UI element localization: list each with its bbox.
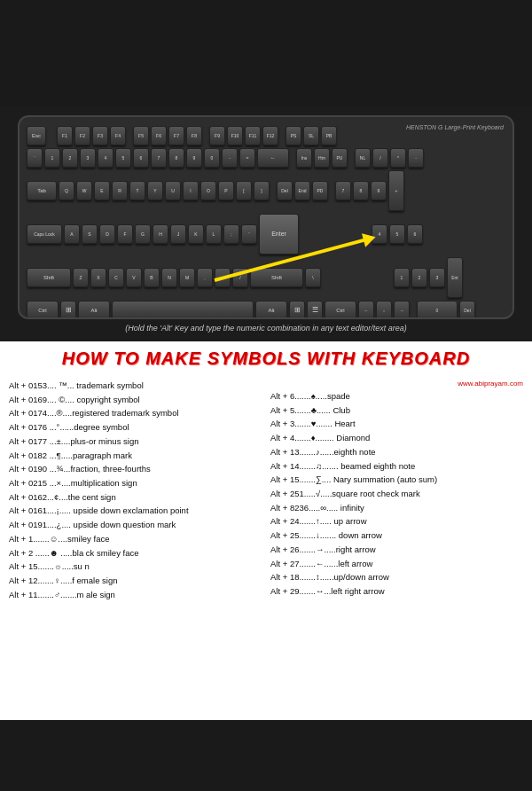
key-space[interactable] (112, 301, 254, 320)
key-arr-d[interactable]: ↓ (376, 301, 392, 320)
key-ctrl-l[interactable]: Ctrl (27, 301, 59, 320)
key-del[interactable]: Del (277, 181, 293, 200)
key-6[interactable]: 6 (133, 148, 149, 168)
key-r[interactable]: R (112, 181, 128, 200)
key-3[interactable]: 3 (80, 148, 96, 168)
key-ps[interactable]: PS (286, 126, 301, 145)
key-p[interactable]: P (218, 181, 234, 200)
key-f8[interactable]: F8 (186, 126, 202, 145)
key-np-minus[interactable]: - (408, 148, 424, 168)
key-quote[interactable]: ' (241, 224, 257, 244)
key-ctrl-r[interactable]: Ctrl (325, 301, 356, 320)
key-k[interactable]: K (188, 224, 204, 244)
key-pb[interactable]: PB (321, 126, 337, 145)
key-h[interactable]: H (153, 224, 168, 244)
key-win-r[interactable]: ⊞ (289, 301, 305, 320)
key-np3[interactable]: 3 (429, 268, 445, 287)
key-esc[interactable]: Esc (27, 126, 46, 145)
key-ins[interactable]: Ins (296, 148, 312, 168)
key-j[interactable]: J (170, 224, 186, 244)
key-f3[interactable]: F3 (92, 126, 108, 145)
key-a[interactable]: A (64, 224, 80, 244)
key-pd[interactable]: PD (312, 181, 328, 200)
key-end[interactable]: End (294, 181, 310, 200)
key-f4[interactable]: F4 (110, 126, 126, 145)
key-b[interactable]: B (144, 268, 160, 287)
key-semi[interactable]: ; (223, 224, 239, 244)
key-e[interactable]: E (94, 181, 110, 200)
key-alt-l[interactable]: Alt (78, 301, 110, 320)
key-f5[interactable]: F5 (133, 126, 149, 145)
key-shift-l[interactable]: Shift (27, 268, 71, 287)
key-q[interactable]: Q (59, 181, 74, 200)
key-7[interactable]: 7 (151, 148, 167, 168)
key-o[interactable]: O (200, 181, 216, 200)
key-pu[interactable]: PU (332, 148, 348, 168)
key-i[interactable]: I (183, 181, 199, 200)
key-f12[interactable]: F12 (262, 126, 278, 145)
key-np6[interactable]: 6 (407, 224, 423, 244)
key-npdel[interactable]: Del (459, 301, 475, 320)
key-f7[interactable]: F7 (168, 126, 184, 145)
key-np-plus[interactable]: + (388, 170, 404, 211)
key-f10[interactable]: F10 (227, 126, 243, 145)
key-1[interactable]: 1 (44, 148, 60, 168)
key-np-slash[interactable]: / (372, 148, 388, 168)
key-d[interactable]: D (99, 224, 115, 244)
key-tab[interactable]: Tab (27, 181, 57, 200)
key-equals[interactable]: = (239, 148, 255, 168)
key-t[interactable]: T (129, 181, 145, 200)
key-np0[interactable]: 0 (417, 301, 458, 320)
key-u[interactable]: U (165, 181, 181, 200)
key-f6[interactable]: F6 (151, 126, 167, 145)
key-f1[interactable]: F1 (57, 126, 73, 145)
key-4[interactable]: 4 (98, 148, 113, 168)
key-y[interactable]: Y (147, 181, 163, 200)
key-arr-r[interactable]: → (394, 301, 410, 320)
key-alt-r[interactable]: Alt (255, 301, 287, 320)
key-np5[interactable]: 5 (389, 224, 405, 244)
key-x[interactable]: X (90, 268, 106, 287)
key-f9[interactable]: F9 (209, 126, 225, 145)
key-comma[interactable]: , (197, 268, 213, 287)
key-backtick[interactable]: ` (27, 148, 43, 168)
key-s[interactable]: S (82, 224, 98, 244)
key-w[interactable]: W (76, 181, 92, 200)
title-section: HOW TO MAKE SYMBOLS WITH KEYBOARD (0, 341, 532, 372)
key-c[interactable]: C (108, 268, 124, 287)
key-np9[interactable]: 9 (371, 181, 387, 200)
key-sl[interactable]: SL (303, 126, 319, 145)
key-2[interactable]: 2 (62, 148, 78, 168)
key-m[interactable]: M (179, 268, 195, 287)
key-hm[interactable]: Hm (314, 148, 330, 168)
key-nl[interactable]: NL (355, 148, 371, 168)
key-g[interactable]: G (135, 224, 151, 244)
key-np8[interactable]: 8 (353, 181, 369, 200)
key-minus[interactable]: - (222, 148, 238, 168)
key-arr-l[interactable]: ← (358, 301, 374, 320)
key-f2[interactable]: F2 (74, 126, 90, 145)
key-backspace[interactable]: ← (257, 148, 289, 168)
key-caps[interactable]: Caps Lock (27, 224, 62, 244)
key-5[interactable]: 5 (115, 148, 131, 168)
key-f11[interactable]: F11 (245, 126, 261, 145)
key-0[interactable]: 0 (204, 148, 220, 168)
key-lbracket[interactable]: [ (236, 181, 252, 200)
key-9[interactable]: 9 (186, 148, 202, 168)
key-win-l[interactable]: ⊞ (60, 301, 76, 320)
key-f[interactable]: F (117, 224, 133, 244)
key-rbracket[interactable]: ] (254, 181, 270, 200)
key-np7[interactable]: 7 (335, 181, 351, 200)
key-l[interactable]: L (206, 224, 222, 244)
key-backslash[interactable]: \ (305, 268, 321, 287)
key-enter[interactable]: Enter (259, 214, 299, 255)
key-np-star[interactable]: * (390, 148, 406, 168)
key-np-enter[interactable]: Ent (447, 257, 463, 298)
key-n[interactable]: N (161, 268, 177, 287)
key-np2[interactable]: 2 (411, 268, 427, 287)
key-menu[interactable]: ☰ (307, 301, 323, 320)
key-np1[interactable]: 1 (394, 268, 410, 287)
key-v[interactable]: V (126, 268, 142, 287)
key-8[interactable]: 8 (168, 148, 184, 168)
key-z[interactable]: Z (73, 268, 89, 287)
